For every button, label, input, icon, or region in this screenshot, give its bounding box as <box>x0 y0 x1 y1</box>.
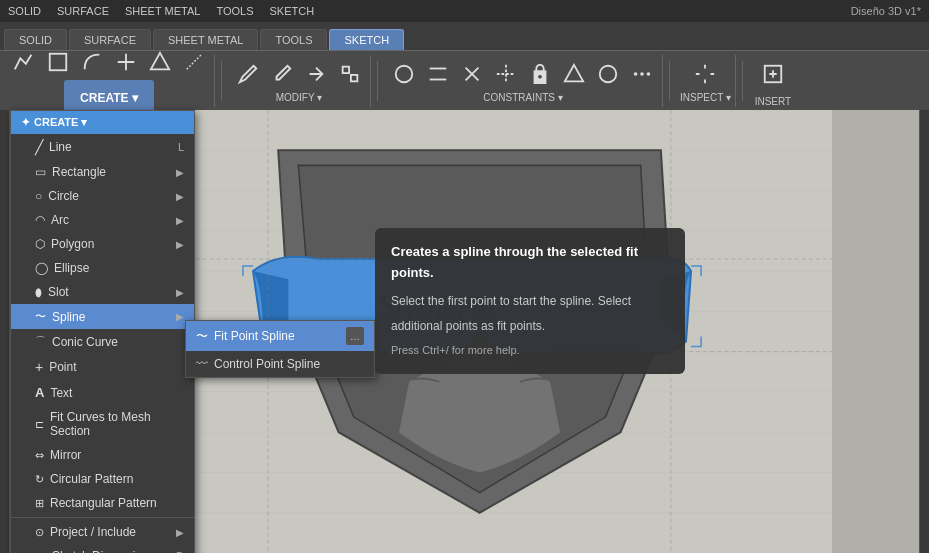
inspect-label[interactable]: INSPECT ▾ <box>680 92 731 103</box>
fit-spline-options[interactable]: … <box>346 327 364 345</box>
menu-item-line[interactable]: ╱ Line L <box>11 134 194 160</box>
mirror-icon: ⇔ <box>35 449 44 462</box>
constraints-label[interactable]: CONSTRAINTS ▾ <box>483 92 562 103</box>
toolbar-row: CREATE ▾ <box>0 50 929 110</box>
menu-item-ellipse[interactable]: ◯ Ellipse <box>11 256 194 280</box>
menu-item-arc[interactable]: ◠ Arc ▶ <box>11 208 194 232</box>
sketch-tool-6[interactable] <box>178 46 210 78</box>
rectangular-pattern-icon: ⊞ <box>35 497 44 510</box>
sep1 <box>221 61 222 101</box>
point-label: Point <box>49 360 76 374</box>
svg-marker-10 <box>565 65 583 82</box>
menu-surface[interactable]: SURFACE <box>57 5 109 17</box>
polygon-icon: ⬡ <box>35 237 45 251</box>
ctrl-spline-label: Control Point Spline <box>214 357 320 371</box>
constraint-tool-1[interactable] <box>388 58 420 90</box>
menu-solid[interactable]: SOLID <box>8 5 41 17</box>
menu-item-rectangular-pattern[interactable]: ⊞ Rectangular Pattern <box>11 491 194 515</box>
arc-label: Arc <box>51 213 69 227</box>
svg-point-13 <box>640 72 644 76</box>
sketch-tool-3[interactable] <box>76 46 108 78</box>
line-label: Line <box>49 140 72 154</box>
sep4 <box>742 61 743 101</box>
menu-sheet-metal[interactable]: SHEET METAL <box>125 5 200 17</box>
left-panel <box>0 110 10 553</box>
spline-label: Spline <box>52 310 85 324</box>
modify-tool-4[interactable] <box>334 58 366 90</box>
project-icon: ⊙ <box>35 526 44 539</box>
text-label: Text <box>50 386 72 400</box>
ellipse-label: Ellipse <box>54 261 89 275</box>
text-icon: A <box>35 385 44 400</box>
menu-item-text[interactable]: A Text <box>11 380 194 405</box>
sketch-tool-1[interactable] <box>8 46 40 78</box>
menu-sketch[interactable]: SKETCH <box>269 5 314 17</box>
tooltip-shortcut: Press Ctrl+/ for more help. <box>391 342 669 360</box>
sep3 <box>669 61 670 101</box>
ctrl-spline-icon: 〰 <box>196 357 208 371</box>
svg-point-14 <box>647 72 651 76</box>
project-arrow: ▶ <box>176 527 184 538</box>
toolbar-area: SOLID SURFACE SHEET METAL TOOLS SKETCH <box>0 22 929 110</box>
constraint-circle2[interactable] <box>592 58 624 90</box>
menu-item-fit-curves[interactable]: ⊏ Fit Curves to Mesh Section <box>11 405 194 443</box>
modify-tool-1[interactable] <box>232 58 264 90</box>
tab-sketch[interactable]: SKETCH <box>329 29 404 50</box>
constraint-triangle[interactable] <box>558 58 590 90</box>
svg-line-2 <box>187 54 202 69</box>
constraint-tool-2[interactable] <box>422 58 454 90</box>
rectangle-icon: ▭ <box>35 165 46 179</box>
fit-spline-icon: 〜 <box>196 328 208 345</box>
sep2 <box>377 61 378 101</box>
menu-item-rectangle[interactable]: ▭ Rectangle ▶ <box>11 160 194 184</box>
toolbar-group-modify: MODIFY ▾ <box>228 55 371 107</box>
menu-item-polygon[interactable]: ⬡ Polygon ▶ <box>11 232 194 256</box>
toolbar-group-insert: INSERT <box>749 55 797 107</box>
menu-item-spline[interactable]: 〜 Spline ▶ <box>11 304 194 329</box>
insert-button[interactable] <box>753 54 793 94</box>
sketch-tool-5[interactable] <box>144 46 176 78</box>
constraint-tool-4[interactable] <box>490 58 522 90</box>
constraint-more[interactable] <box>626 58 658 90</box>
circular-pattern-label: Circular Pattern <box>50 472 133 486</box>
tab-tools[interactable]: TOOLS <box>260 29 327 50</box>
menu-tools[interactable]: TOOLS <box>216 5 253 17</box>
tooltip-box: Creates a spline through the selected fi… <box>375 228 685 374</box>
sketch-tool-2[interactable] <box>42 46 74 78</box>
arc-icon: ◠ <box>35 213 45 227</box>
constraint-tool-3[interactable] <box>456 58 488 90</box>
sketch-tool-4[interactable] <box>110 46 142 78</box>
tooltip-title: Creates a spline through the selected fi… <box>391 242 669 284</box>
svg-rect-3 <box>343 67 349 73</box>
conic-icon: ⌒ <box>35 334 46 349</box>
polygon-label: Polygon <box>51 237 94 251</box>
menu-item-circular-pattern[interactable]: ↻ Circular Pattern <box>11 467 194 491</box>
svg-marker-1 <box>151 52 169 69</box>
menu-item-conic[interactable]: ⌒ Conic Curve <box>11 329 194 354</box>
submenu-fit-point-spline[interactable]: 〜 Fit Point Spline … <box>186 321 374 351</box>
create-dropdown-menu: ✦ CREATE ▾ ╱ Line L ▭ Rectangle ▶ ○ Circ… <box>10 110 195 553</box>
menu-item-project[interactable]: ⊙ Project / Include ▶ <box>11 520 194 544</box>
inspect-tool-1[interactable] <box>689 58 721 90</box>
create-menu-header[interactable]: ✦ CREATE ▾ <box>11 111 194 134</box>
menu-item-mirror[interactable]: ⇔ Mirror <box>11 443 194 467</box>
modify-label[interactable]: MODIFY ▾ <box>276 92 322 103</box>
menu-item-slot[interactable]: ⬮ Slot ▶ <box>11 280 194 304</box>
line-icon: ╱ <box>35 139 43 155</box>
submenu-control-point-spline[interactable]: 〰 Control Point Spline <box>186 351 374 377</box>
menu-item-point[interactable]: + Point <box>11 354 194 380</box>
mirror-label: Mirror <box>50 448 81 462</box>
menu-bar: SOLID SURFACE SHEET METAL TOOLS SKETCH D… <box>0 0 929 22</box>
svg-rect-4 <box>351 75 357 81</box>
rectangle-arrow: ▶ <box>176 167 184 178</box>
circle-arrow: ▶ <box>176 191 184 202</box>
slot-label: Slot <box>48 285 69 299</box>
right-panel <box>919 110 929 553</box>
modify-tool-2[interactable] <box>266 58 298 90</box>
fit-curves-label: Fit Curves to Mesh Section <box>50 410 184 438</box>
modify-tool-3[interactable] <box>300 58 332 90</box>
tooltip-line1: Select the first point to start the spli… <box>391 292 669 311</box>
menu-item-sketch-dimension[interactable]: ↔ Sketch Dimension D <box>11 544 194 553</box>
constraint-lock[interactable] <box>524 58 556 90</box>
menu-item-circle[interactable]: ○ Circle ▶ <box>11 184 194 208</box>
